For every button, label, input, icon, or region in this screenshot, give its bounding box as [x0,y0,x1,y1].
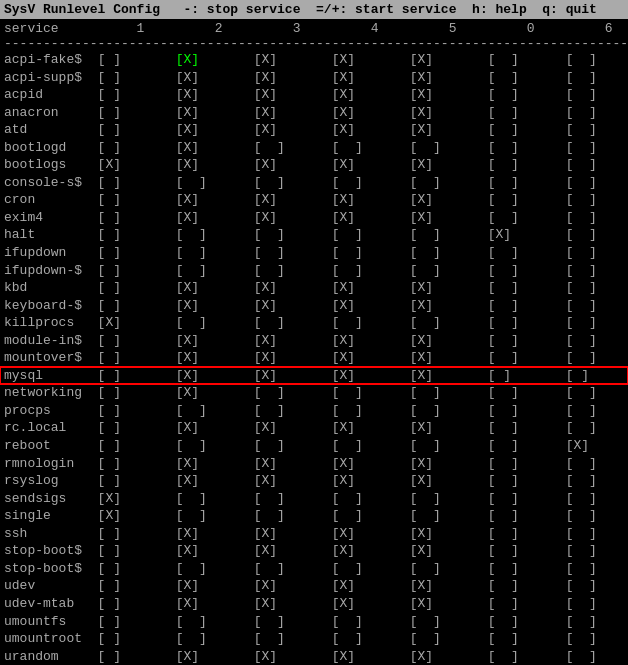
service-row[interactable]: reboot [ ] [ ] [ ] [ ] [ ] [ ] [X] [ ] [0,437,628,455]
service-row[interactable]: udev [ ] [X] [X] [X] [X] [ ] [ ] [X] [0,577,628,595]
divider: ----------------------------------------… [0,36,628,51]
service-row[interactable]: killprocs [X] [ ] [ ] [ ] [ ] [ ] [ ] [ … [0,314,628,332]
service-row[interactable]: umountroot [ ] [ ] [ ] [ ] [ ] [ ] [ ] [… [0,630,628,648]
service-row[interactable]: anacron [ ] [X] [X] [X] [X] [ ] [ ] [ ] [0,104,628,122]
terminal: SysV Runlevel Config -: stop service =/+… [0,0,628,665]
service-name: acpi-fake$ [4,52,98,67]
service-row[interactable]: atd [ ] [X] [X] [X] [X] [ ] [ ] [ ] [0,121,628,139]
service-row[interactable]: rc.local [ ] [X] [X] [X] [X] [ ] [ ] [ ] [0,419,628,437]
column-header: service 1 2 3 4 5 0 6 S [0,21,628,36]
service-row[interactable]: stop-boot$ [ ] [X] [X] [X] [X] [ ] [ ] [… [0,542,628,560]
service-row[interactable]: acpi-supp$ [ ] [X] [X] [X] [X] [ ] [ ] [… [0,69,628,87]
service-row[interactable]: exim4 [ ] [X] [X] [X] [X] [ ] [ ] [ ] [0,209,628,227]
service-row[interactable]: keyboard-$ [ ] [X] [X] [X] [X] [ ] [ ] [… [0,297,628,315]
service-row[interactable]: procps [ ] [ ] [ ] [ ] [ ] [ ] [ ] [X] [0,402,628,420]
service-row[interactable]: acpid [ ] [X] [X] [X] [X] [ ] [ ] [ ] [0,86,628,104]
title-bar: SysV Runlevel Config -: stop service =/+… [0,0,628,19]
service-row[interactable]: acpi-fake$ [ ] [X] [X] [X] [X] [ ] [ ] [… [0,51,628,69]
service-row[interactable]: kbd [ ] [X] [X] [X] [X] [ ] [ ] [X] [0,279,628,297]
service-row[interactable]: halt [ ] [ ] [ ] [ ] [ ] [X] [ ] [ ] [0,226,628,244]
service-row[interactable]: rsyslog [ ] [X] [X] [X] [X] [ ] [ ] [ ] [0,472,628,490]
service-row[interactable]: udev-mtab [ ] [X] [X] [X] [X] [ ] [ ] [X… [0,595,628,613]
service-row[interactable]: networking [ ] [X] [ ] [ ] [ ] [ ] [ ] [… [0,384,628,402]
service-row[interactable]: bootlogs [X] [X] [X] [X] [X] [ ] [ ] [ ] [0,156,628,174]
service-row[interactable]: umountfs [ ] [ ] [ ] [ ] [ ] [ ] [ ] [ ] [0,613,628,631]
service-row[interactable]: module-in$ [ ] [X] [X] [X] [X] [ ] [ ] [… [0,332,628,350]
service-row[interactable]: console-s$ [ ] [ ] [ ] [ ] [ ] [ ] [ ] [… [0,174,628,192]
service-row[interactable]: ssh [ ] [X] [X] [X] [X] [ ] [ ] [ ] [0,525,628,543]
service-row[interactable]: sendsigs [X] [ ] [ ] [ ] [ ] [ ] [ ] [ ] [0,490,628,508]
service-row[interactable]: bootlogd [ ] [X] [ ] [ ] [ ] [ ] [ ] [X] [0,139,628,157]
service-row[interactable]: ifupdown-$ [ ] [ ] [ ] [ ] [ ] [ ] [ ] [… [0,262,628,280]
service-row[interactable]: mysql [ ] [X] [X] [X] [X] [ ] [ ] [ ] [0,367,628,385]
service-row[interactable]: single [X] [ ] [ ] [ ] [ ] [ ] [ ] [ ] [0,507,628,525]
service-list: acpi-fake$ [ ] [X] [X] [X] [X] [ ] [ ] [… [0,51,628,665]
service-row[interactable]: mountover$ [ ] [X] [X] [X] [X] [ ] [ ] [… [0,349,628,367]
service-row[interactable]: cron [ ] [X] [X] [X] [X] [ ] [ ] [ ] [0,191,628,209]
service-row[interactable]: urandom [ ] [X] [X] [X] [X] [ ] [ ] [X] [0,648,628,665]
service-row[interactable]: ifupdown [ ] [ ] [ ] [ ] [ ] [ ] [ ] [X] [0,244,628,262]
service-row[interactable]: rmnologin [ ] [X] [X] [X] [X] [ ] [ ] [ … [0,455,628,473]
service-row[interactable]: stop-boot$ [ ] [ ] [ ] [ ] [ ] [ ] [ ] [… [0,560,628,578]
